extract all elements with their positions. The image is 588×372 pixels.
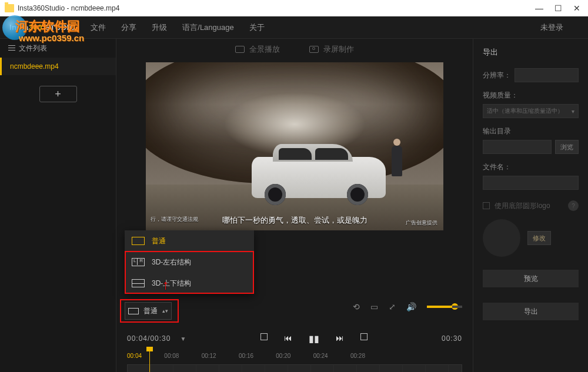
person-graphic: [392, 146, 402, 176]
window-title: Insta360Studio - ncmbdeee.mp4: [18, 4, 535, 12]
resolution-label: 分辨率：: [483, 71, 511, 81]
annotation-arrow: ↑: [162, 277, 169, 293]
mode-3d-lr[interactable]: 3D-左右结构: [125, 252, 254, 273]
export-panel: 导出 分辨率： 视频质量： 适中（速率和压缩质量适中）▾ 输出目录 浏览 文件名…: [473, 39, 588, 372]
menu-file[interactable]: 文件: [91, 22, 106, 33]
tick: 00:12: [202, 353, 239, 362]
modify-button[interactable]: 修改: [527, 231, 551, 245]
tab-record[interactable]: 录屏制作: [309, 44, 354, 55]
logo-label: 使用底部圆形logo: [495, 201, 550, 211]
tick: 00:24: [313, 353, 350, 362]
login-status[interactable]: 未登录: [540, 22, 563, 33]
timeline[interactable]: 00:04 00:08 00:12 00:16 00:20 00:24 00:2…: [116, 353, 473, 372]
add-file-button[interactable]: +: [39, 86, 77, 102]
pause-button[interactable]: ▮▮: [309, 333, 319, 344]
end-button[interactable]: [360, 333, 368, 340]
preview-controls: ⟲ ▭ ⤢ 🔊: [353, 302, 462, 311]
list-icon: [8, 45, 15, 51]
video-caption: 哪怕下一秒的勇气，透取、尝试，或是魄力: [146, 215, 443, 226]
normal-icon: [132, 237, 145, 245]
panorama-icon: [235, 46, 245, 53]
browse-button[interactable]: 浏览: [555, 140, 579, 154]
next-button[interactable]: ⏭: [336, 333, 344, 344]
time-elapsed: 00:04/00:30: [127, 334, 171, 343]
quality-label: 视频质量：: [483, 91, 579, 100]
marker-icon[interactable]: ▼: [180, 336, 186, 342]
tick: 00:08: [164, 353, 201, 362]
car-graphic: [252, 157, 386, 198]
mode-selector-icon: [128, 308, 139, 314]
center-panel: 全景播放 录屏制作 行，请谨守交通法规 哪怕下一秒的勇气，透取、尝试，或是魄力 …: [116, 39, 473, 372]
help-icon[interactable]: ?: [568, 200, 579, 211]
export-button[interactable]: 导出: [483, 303, 579, 320]
mode-popup: 普通 3D-左右结构 3D-上下结构: [125, 230, 254, 294]
volume-icon[interactable]: 🔊: [406, 302, 416, 311]
outdir-input[interactable]: [483, 140, 552, 154]
menu-share[interactable]: 分享: [121, 22, 136, 33]
logo-checkbox[interactable]: [483, 202, 490, 209]
file-list-header: 文件列表: [0, 39, 116, 58]
minimize-button[interactable]: ―: [535, 4, 543, 12]
preview-button[interactable]: 预览: [483, 270, 579, 287]
play-bar: 00:04/00:30 ▼ ⏮ ▮▮ ⏭ 00:30: [116, 328, 473, 349]
menu-about[interactable]: 关于: [249, 22, 265, 33]
tick: 00:04: [127, 353, 164, 362]
chevron-updown-icon: ▴▾: [162, 308, 168, 314]
file-item[interactable]: ncmbdeee.mp4: [0, 58, 116, 75]
tick: 00:20: [276, 353, 313, 362]
menu-bar: Insta360 STUDIO 文件 分享 升级 语言/Language 关于 …: [0, 16, 588, 39]
video-preview[interactable]: 行，请谨守交通法规 哪怕下一秒的勇气，透取、尝试，或是魄力 广告创意提供: [146, 62, 443, 230]
prev-button[interactable]: ⏮: [284, 333, 292, 344]
menu-language[interactable]: 语言/Language: [182, 22, 233, 33]
panel-title: 导出: [483, 47, 579, 58]
fullscreen-icon[interactable]: ⤢: [389, 302, 396, 311]
stop-button[interactable]: [260, 333, 268, 340]
refresh-icon[interactable]: ⟲: [353, 302, 360, 311]
menu-upgrade[interactable]: 升级: [152, 22, 167, 33]
chevron-down-icon: ▾: [572, 108, 574, 115]
aspect-icon[interactable]: ▭: [370, 302, 378, 311]
quality-select[interactable]: 适中（速率和压缩质量适中）▾: [483, 104, 579, 118]
3d-tb-icon: [132, 279, 145, 287]
brand-note: 广告创意提供: [406, 219, 437, 227]
volume-slider[interactable]: [427, 306, 462, 308]
outdir-label: 输出目录: [483, 126, 579, 136]
mode-3d-tb[interactable]: 3D-上下结构: [125, 273, 254, 294]
title-bar: Insta360Studio - ncmbdeee.mp4 ― ☐ ✕: [0, 0, 588, 16]
sidebar: 文件列表 ncmbdeee.mp4 +: [0, 39, 116, 372]
resolution-input[interactable]: [514, 68, 579, 82]
app-logo: Insta360 STUDIO: [9, 23, 75, 32]
tick: 00:28: [350, 353, 387, 362]
tab-panorama[interactable]: 全景播放: [235, 44, 280, 55]
3d-lr-icon: [132, 258, 145, 266]
filename-input[interactable]: [483, 176, 579, 190]
filename-label: 文件名：: [483, 162, 579, 172]
timeline-track[interactable]: [127, 364, 462, 372]
tick: 00:16: [239, 353, 276, 362]
mode-selector[interactable]: 普通 ▴▾: [125, 302, 172, 320]
logo-preview: [483, 219, 520, 257]
folder-icon: [5, 4, 14, 12]
time-total: 00:30: [442, 334, 462, 343]
close-button[interactable]: ✕: [573, 4, 581, 12]
maximize-button[interactable]: ☐: [554, 4, 562, 12]
mode-normal[interactable]: 普通: [125, 230, 254, 252]
record-icon: [309, 46, 319, 53]
